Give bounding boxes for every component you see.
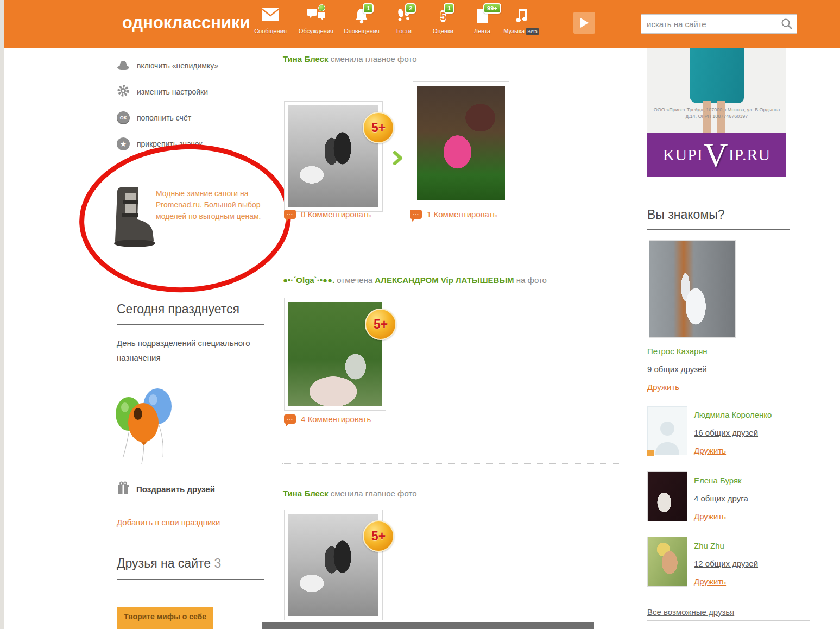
befriend-link[interactable]: Дружить — [694, 577, 726, 586]
comment-bubble-icon: ••• — [284, 414, 296, 424]
mutual-friends-link[interactable]: 12 общих друзей — [694, 559, 758, 568]
holiday-title-rule — [117, 324, 264, 325]
nav-notifications[interactable]: 1 Оповещения — [339, 8, 384, 34]
gear-icon — [117, 84, 130, 99]
feed-user-link[interactable]: Тина Блеск — [283, 54, 329, 64]
menu-item-topup[interactable]: ОК пополнить счёт — [117, 110, 269, 126]
holiday-section-title: Сегодня празднуется — [117, 302, 239, 317]
feed-item-1-header: Тина Блеск сменила главное фото — [283, 54, 417, 64]
marks-count-badge: 1 — [444, 3, 454, 14]
kupivip-ad[interactable]: ООО «Привет Трейд», 107000, г.Москва, ул… — [647, 48, 786, 177]
suggestion-name[interactable]: Петрос Казарян — [647, 347, 708, 356]
music-play-button[interactable] — [573, 12, 595, 34]
kupivip-logo: KUPIVIP.RU — [647, 133, 786, 177]
gift-icon — [117, 481, 130, 497]
nav-guests-label: Гости — [384, 28, 424, 34]
guests-count-badge: 2 — [405, 3, 416, 14]
menu-item-attach-badge[interactable]: ★ прикрепить значок — [117, 136, 269, 152]
feed-sheet-icon: 99+ — [475, 8, 489, 26]
feed-user-link[interactable]: ●•·´Olga`·•●●. — [283, 275, 334, 285]
menu-item-label: изменить настройки — [137, 87, 208, 96]
feed-photo-new[interactable] — [413, 81, 509, 204]
suggestion-name[interactable]: Людмила Короленко — [694, 410, 772, 419]
add-holidays-link[interactable]: Добавить в свои праздники — [117, 518, 220, 527]
envelope-icon — [261, 8, 280, 26]
friends-online-count: 3 — [214, 556, 221, 570]
bottom-edge-bar — [262, 622, 594, 629]
nav-messages[interactable]: Сообщения — [248, 8, 293, 34]
comment-link-3[interactable]: ••• 4 Комментировать — [284, 414, 371, 424]
befriend-link[interactable]: Дружить — [647, 382, 679, 392]
feed-count-badge: 99+ — [483, 3, 501, 14]
nav-discussions-label: Обсуждения — [293, 28, 339, 34]
nav-feed[interactable]: 99+ Лента — [463, 8, 502, 34]
site-logo[interactable]: одноклассники — [122, 13, 250, 33]
befriend-link[interactable]: Дружить — [694, 446, 726, 455]
person-silhouette-icon — [651, 414, 684, 455]
mutual-friends-link[interactable]: 9 общих друзей — [647, 364, 707, 374]
suggestion-name[interactable]: Елена Буряк — [694, 476, 742, 485]
photo-rating-badge: 5+ — [365, 309, 396, 340]
left-menu: включить «невидимку» изменить настройки … — [117, 58, 269, 162]
congratulate-friends-label: Поздравить друзей — [136, 485, 215, 494]
feed-tagger-link[interactable]: АЛЕКСАНДРОМ Vip ЛАТЫШЕВЫМ — [375, 275, 514, 285]
feed-user-link[interactable]: Тина Блеск — [283, 489, 329, 498]
bell-icon: 1 — [354, 8, 369, 26]
notifications-count-badge: 1 — [363, 3, 374, 14]
suggestion-name[interactable]: Zhu Zhu — [694, 541, 724, 550]
friends-online-title: Друзья на сайте 3 — [117, 556, 221, 571]
suggestion-photo-elena[interactable] — [647, 471, 687, 521]
site-search — [641, 14, 797, 34]
balloons-image — [114, 379, 176, 474]
comment-bubble-icon: ••• — [410, 210, 422, 219]
comment-link-2[interactable]: ••• 1 Комментировать — [410, 210, 497, 219]
star-badge-icon: ★ — [117, 137, 130, 150]
top-header: одноклассники Сообщения Обсуждения 1 — [4, 0, 840, 48]
search-input[interactable] — [641, 14, 797, 34]
odnoklassniki-page: одноклассники Сообщения Обсуждения 1 — [0, 0, 840, 629]
nav-marks[interactable]: 5 1 Оценки — [424, 8, 463, 34]
header-nav: Сообщения Обсуждения 1 Оповещения — [248, 8, 541, 35]
suggestion-photo-zhu[interactable] — [647, 537, 687, 587]
music-note-icon — [514, 8, 529, 26]
friends-title-rule — [117, 579, 264, 580]
nav-discussions[interactable]: Обсуждения — [293, 8, 339, 34]
footprints-icon: 2 — [396, 8, 412, 26]
suggestion-avatar-placeholder[interactable] — [647, 406, 687, 455]
befriend-link[interactable]: Дружить — [694, 512, 726, 521]
beta-badge: Beta — [526, 28, 539, 35]
mutual-friends-link[interactable]: 4 общих друга — [694, 494, 748, 503]
myths-button[interactable]: Творите мифы о себе — [117, 607, 213, 629]
feed-item-3-header: Тина Блеск сменила главное фото — [283, 489, 417, 498]
hat-icon — [117, 59, 130, 72]
holiday-text: День подразделений специального назначен… — [117, 336, 269, 365]
all-possible-friends-link[interactable]: Все возможные друзья — [647, 607, 734, 617]
nav-music-label: МузыкаBeta — [502, 28, 541, 35]
comment-link-1[interactable]: ••• 0 Комментировать — [284, 210, 371, 219]
orange-corner-flag — [647, 450, 654, 456]
photo-rating-badge: 5+ — [363, 112, 394, 143]
kupivip-legal-text: ООО «Привет Трейд», 107000, г.Москва, ул… — [652, 106, 782, 119]
nav-guests[interactable]: 2 Гости — [384, 8, 424, 34]
winter-boot-image — [110, 242, 157, 251]
mother-baby-photo — [417, 86, 505, 200]
congratulate-friends-link[interactable]: Поздравить друзей — [117, 481, 215, 497]
nav-music[interactable]: МузыкаBeta — [502, 8, 541, 35]
mutual-friends-link[interactable]: 16 общих друзей — [694, 428, 758, 437]
nav-messages-label: Сообщения — [248, 28, 293, 34]
comment-bubble-icon: ••• — [284, 210, 296, 219]
suggestion-photo-petros[interactable] — [649, 240, 736, 338]
menu-item-invisibility[interactable]: включить «невидимку» — [117, 58, 269, 74]
menu-item-label: прикрепить значок — [137, 140, 203, 148]
ok-coin-icon: ОК — [117, 111, 130, 124]
feed-item-2-header: ●•·´Olga`·•●●. отмечена АЛЕКСАНДРОМ Vip … — [283, 275, 547, 285]
boots-ad[interactable]: Модные зимние сапоги на Promenad.ru. Бол… — [110, 185, 268, 252]
photo-rating-badge: 5+ — [363, 520, 394, 552]
teal-dress-shape — [690, 48, 744, 103]
nav-marks-label: Оценки — [424, 28, 463, 34]
suggestions-title: Вы знакомы? — [647, 207, 725, 222]
change-arrow-icon — [393, 151, 403, 167]
menu-item-settings[interactable]: изменить настройки — [117, 84, 269, 100]
all-friends-rule — [647, 620, 810, 621]
search-icon[interactable] — [781, 18, 793, 32]
